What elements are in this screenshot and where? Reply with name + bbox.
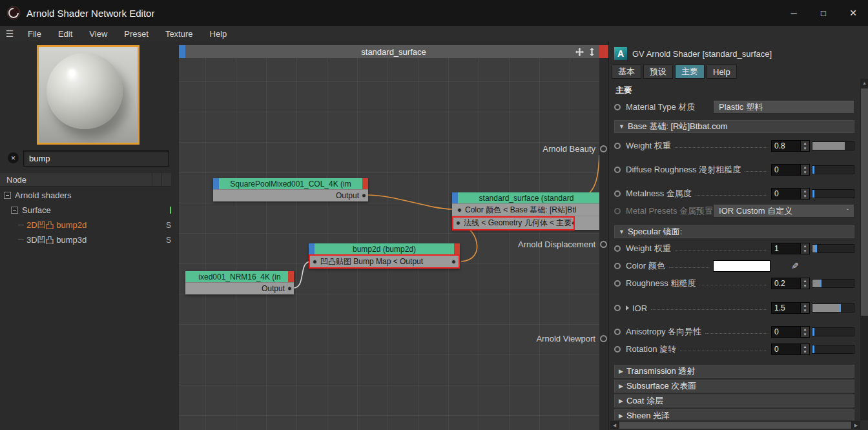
spinner-down-icon[interactable]: ▼ xyxy=(801,249,809,254)
rotation-slider[interactable] xyxy=(812,345,854,354)
slider-handle[interactable] xyxy=(815,245,817,252)
menu-item-help[interactable]: Help xyxy=(202,26,236,41)
fit-vertical-icon[interactable] xyxy=(587,47,596,56)
anisotropy-slider[interactable] xyxy=(812,327,854,336)
roughness-input[interactable]: 0.2 ▲▼ xyxy=(771,278,810,289)
scroll-right-icon[interactable]: ▶ xyxy=(852,423,860,428)
node-bump2d[interactable]: bump2d (bump2d) 凹凸贴图 Bump Map < Output xyxy=(309,243,460,269)
input-port[interactable] xyxy=(313,260,317,264)
pan-icon[interactable] xyxy=(575,47,584,56)
scrollbar-thumb[interactable] xyxy=(861,88,868,316)
spinner-down-icon[interactable]: ▼ xyxy=(801,349,809,354)
spinner-down-icon[interactable]: ▼ xyxy=(801,170,809,175)
slider-handle[interactable] xyxy=(812,328,814,336)
scrollbar-thumb[interactable] xyxy=(619,422,851,429)
tree-item-arnold-shaders[interactable]: Arnold shaders xyxy=(0,188,175,203)
spinner-down-icon[interactable]: ▼ xyxy=(801,332,809,337)
slider-handle[interactable] xyxy=(812,345,814,353)
menu-item-texture[interactable]: Texture xyxy=(157,26,202,41)
tree-item-bump2d[interactable]: 2D凹凸 bump2d S xyxy=(0,218,189,232)
ior-input[interactable]: 1.5 ▲▼ xyxy=(771,302,810,314)
beauty-port[interactable] xyxy=(600,145,607,152)
anisotropy-input[interactable]: 0 ▲▼ xyxy=(771,326,810,338)
section-sheen[interactable]: ▶ Sheen 光泽 xyxy=(614,409,854,420)
tree-item-bump3d[interactable]: 3D凹凸 bump3d S xyxy=(0,232,189,247)
selected-port-box[interactable]: 法线 < Geometry 几何体 < 主要 xyxy=(452,216,575,230)
spinner-up-icon[interactable]: ▲ xyxy=(801,327,809,332)
spinner-up-icon[interactable]: ▲ xyxy=(801,303,809,308)
diffuse-roughness-input[interactable]: 0 ▲▼ xyxy=(771,164,810,176)
weight-input[interactable]: 0.8 ▲▼ xyxy=(771,140,810,152)
output-port[interactable] xyxy=(362,194,366,198)
keyframe-dot[interactable] xyxy=(614,263,621,269)
scroll-left-icon[interactable]: ◀ xyxy=(610,423,619,428)
minimize-button[interactable]: ─ xyxy=(779,0,809,26)
maximize-button[interactable]: □ xyxy=(809,0,838,26)
slider-handle[interactable] xyxy=(839,304,841,312)
slider-handle[interactable] xyxy=(812,190,814,198)
spinner-up-icon[interactable]: ▲ xyxy=(801,278,809,283)
viewport-port[interactable] xyxy=(600,335,607,342)
horizontal-scrollbar[interactable]: ◀ ▶ xyxy=(610,421,860,429)
section-coat[interactable]: ▶ Coat 涂层 xyxy=(614,394,854,407)
scroll-up-icon[interactable]: ▲ xyxy=(860,79,868,87)
keyframe-dot[interactable] xyxy=(614,190,621,197)
eyedropper-icon[interactable]: ✎ xyxy=(791,261,799,271)
weight-slider[interactable] xyxy=(812,141,854,150)
keyframe-dot[interactable] xyxy=(614,167,621,173)
node-header[interactable]: bump2d (bump2d) xyxy=(309,243,460,254)
vertical-scrollbar[interactable]: ▲ xyxy=(860,79,868,420)
port-dot[interactable] xyxy=(572,221,575,225)
keyframe-dot[interactable] xyxy=(614,245,621,252)
node-header[interactable]: standard_surface (standard xyxy=(452,192,599,203)
spinner-up-icon[interactable]: ▲ xyxy=(801,165,809,170)
metalness-slider[interactable] xyxy=(812,189,854,198)
spinner-up-icon[interactable]: ▲ xyxy=(801,141,809,146)
input-port[interactable] xyxy=(456,221,460,225)
spinner-up-icon[interactable]: ▲ xyxy=(801,344,809,349)
keyframe-dot[interactable] xyxy=(614,346,621,353)
material-type-dropdown[interactable]: Plastic 塑料 xyxy=(713,101,854,114)
material-preview[interactable] xyxy=(37,45,140,145)
spinner-up-icon[interactable]: ▲ xyxy=(801,243,809,249)
keyframe-dot[interactable] xyxy=(614,329,621,335)
keyframe-dot[interactable] xyxy=(614,305,621,311)
graph-header[interactable]: standard_surface xyxy=(179,45,608,58)
diffuse-roughness-slider[interactable] xyxy=(812,165,854,174)
close-button[interactable]: ✕ xyxy=(838,0,868,26)
section-transmission[interactable]: ▶ Transmission 透射 xyxy=(614,365,854,378)
spinner-up-icon[interactable]: ▲ xyxy=(801,189,809,194)
node-header[interactable]: ixed001_NRM16_4K (in xyxy=(185,271,294,282)
spec-weight-input[interactable]: 1 ▲▼ xyxy=(771,243,810,254)
output-port[interactable] xyxy=(451,260,456,264)
node-standard-surface[interactable]: standard_surface (standard Color 颜色 < Ba… xyxy=(452,192,599,230)
search-input[interactable] xyxy=(23,150,169,167)
tab-basic[interactable]: 基本 xyxy=(612,65,641,79)
rotation-input[interactable]: 0 ▲▼ xyxy=(771,343,810,355)
displacement-port[interactable] xyxy=(600,241,607,248)
keyframe-dot[interactable] xyxy=(614,104,621,110)
section-base[interactable]: ▼ Base 基础: [R站]Btbat.com xyxy=(614,120,854,133)
spinner-down-icon[interactable]: ▼ xyxy=(801,283,809,289)
node-row-bumpmap[interactable]: 凹凸贴图 Bump Map < Output xyxy=(309,254,460,269)
node-texture-col[interactable]: SquarePoolMixed001_COL_4K (im Output xyxy=(213,178,368,201)
color-swatch[interactable] xyxy=(713,260,770,272)
collapse-box-icon[interactable] xyxy=(11,207,18,214)
tab-help[interactable]: Help xyxy=(707,65,737,79)
tab-preset[interactable]: 预设 xyxy=(643,65,673,79)
metalness-input[interactable]: 0 ▲▼ xyxy=(771,188,810,200)
section-subsurface[interactable]: ▶ Subsurface 次表面 xyxy=(614,380,854,393)
tab-main[interactable]: 主要 xyxy=(675,65,705,79)
slider-handle[interactable] xyxy=(820,280,822,287)
hamburger-button[interactable]: ☰ xyxy=(0,28,19,39)
menu-item-file[interactable]: File xyxy=(19,26,50,41)
keyframe-dot[interactable] xyxy=(614,280,621,287)
node-texture-nrm[interactable]: ixed001_NRM16_4K (in Output xyxy=(185,271,294,294)
search-clear-button[interactable]: ✕ xyxy=(8,152,19,163)
output-port[interactable] xyxy=(287,287,292,291)
slider-handle[interactable] xyxy=(812,166,814,174)
roughness-slider[interactable] xyxy=(812,279,854,288)
input-port[interactable] xyxy=(457,208,462,212)
spec-weight-slider[interactable] xyxy=(812,244,854,253)
expand-caret-icon[interactable] xyxy=(626,305,629,311)
